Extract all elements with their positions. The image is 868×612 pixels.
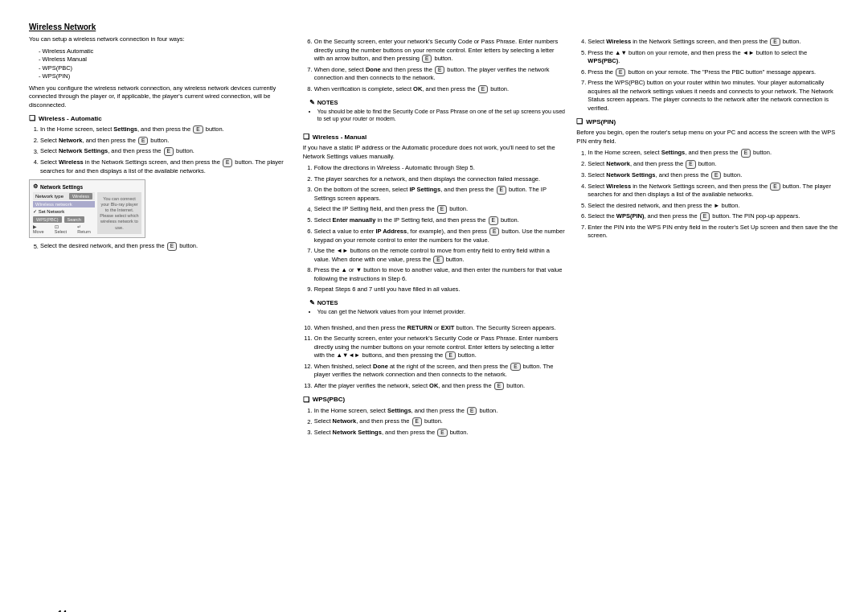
wa-step-3: Select Network Settings, and then press … <box>40 147 292 156</box>
ma-step-12: When finished, select Done at the right … <box>314 363 566 380</box>
ma-step-11: On the Security screen, enter your netwo… <box>314 335 566 360</box>
wireless-network-row: Wireless network <box>33 201 95 207</box>
network-box-title: Network Settings <box>33 183 141 190</box>
network-box-right: You can connect your Blu-ray player to t… <box>97 192 141 234</box>
pin-step-3: Select Network Settings, and then press … <box>588 171 839 180</box>
way-item-2: Wireless Manual <box>39 55 292 64</box>
mc-step-7: Use the ◄► buttons on the remote control… <box>314 247 566 264</box>
wm-step-3: On the bottom of the screen, select IP S… <box>314 186 566 203</box>
wa-step-5: Select the desired network, and then pre… <box>40 242 292 251</box>
wa-steps-cont: Select the desired network, and then pre… <box>40 242 292 251</box>
mid-continued-steps: Use the ◄► buttons on the remote control… <box>314 247 566 294</box>
wm-step-4: Select the IP Setting field, and then pr… <box>314 205 566 214</box>
page-wrapper: Wireless Network You can setup a wireles… <box>29 23 839 612</box>
wireless-manual-title: Wireless - Manual <box>303 133 566 141</box>
wm-step-6: Select a value to enter IP Address, for … <box>314 228 566 244</box>
wpbc-step-2: Select Network, and then press the E but… <box>314 417 566 426</box>
intro-text: You can setup a wireless network connect… <box>29 35 292 44</box>
wireless-manual-intro: If you have a static IP address or the A… <box>303 144 566 161</box>
notes-2: NOTES You can get the Network values fro… <box>303 298 566 321</box>
pin-step-6: Select the WPS(PIN), and then press the … <box>588 212 839 221</box>
wm-step-1: Follow the directions in Wireless - Auto… <box>314 164 566 173</box>
network-buttons: WPS(PBC) Search <box>33 216 95 223</box>
wps-pbc-btn[interactable]: WPS(PBC) <box>33 216 62 223</box>
r-step-7: Press the WPS(PBC) button on your router… <box>588 79 839 113</box>
content-columns: You can setup a wireless network connect… <box>29 35 839 440</box>
wm-step-5: Select Enter manually in the IP Setting … <box>314 216 566 225</box>
wm-step-2: The player searches for a network, and t… <box>314 175 566 184</box>
section-title: Wireless Network <box>29 23 839 31</box>
mid-column: On the Security screen, enter your netwo… <box>303 35 566 440</box>
wa-step-1: In the Home screen, select Settings, and… <box>40 125 292 134</box>
notes-list-2: You can get the Network values from your… <box>317 308 566 316</box>
right-steps-top: Select Wireless in the Network Settings … <box>588 38 839 113</box>
footer-select: ⊡ Select <box>55 224 72 234</box>
pin-step-2: Select Network, and then press the E but… <box>588 160 839 169</box>
network-type-label: Network type <box>35 194 63 199</box>
note-2-1: You can get the Network values from your… <box>317 308 566 316</box>
network-type-row: Network type Wireless <box>33 192 95 200</box>
pin-step-1: In the Home screen, select Settings, and… <box>588 149 839 158</box>
mid-steps-1: On the Security screen, enter your netwo… <box>314 38 566 94</box>
r-step-5: Press the ▲▼ button on your remote, and … <box>588 49 839 66</box>
search-btn[interactable]: Search <box>64 216 84 223</box>
wps-pin-title: WPS(PIN) <box>576 117 839 125</box>
network-footer: ▶ Move ⊡ Select ↵ Return <box>33 224 95 234</box>
right-column: Select Wireless in the Network Settings … <box>576 35 839 440</box>
wpbc-step-3: Select Network Settings, and then press … <box>314 429 566 437</box>
notes-header-2: NOTES <box>309 299 566 306</box>
wa-step-2: Select Network, and then press the E but… <box>40 137 292 146</box>
wireless-manual-steps: Follow the directions in Wireless - Auto… <box>314 164 566 244</box>
wps-pbc-mid-steps: In the Home screen, select Settings, and… <box>314 407 566 437</box>
set-network-check: ✓ Set Network <box>33 208 95 214</box>
page-container: Wireless Network You can setup a wireles… <box>29 23 839 440</box>
left-column: You can setup a wireless network connect… <box>29 35 292 440</box>
network-box-left: Network type Wireless Wireless network ✓… <box>33 192 95 234</box>
pin-step-4: Select Wireless in the Network Settings … <box>588 183 839 199</box>
ma-step-13: After the player verifies the network, s… <box>314 382 566 391</box>
ma-step-10: When finished, and then press the RETURN… <box>314 324 566 333</box>
warning-text: When you configure the wireless network … <box>29 84 292 110</box>
mc-step-8: Press the ▲ or ▼ button to move to anoth… <box>314 266 566 283</box>
footer-return: ↵ Return <box>77 224 95 234</box>
mid-step-6: On the Security screen, enter your netwo… <box>314 38 566 64</box>
note-1-1: You should be able to find the Security … <box>317 108 566 124</box>
way-item-1: Wireless Automatic <box>39 47 292 56</box>
wps-pin-intro: Before you begin, open the router's setu… <box>576 129 839 146</box>
network-box-body: Network type Wireless Wireless network ✓… <box>33 192 141 234</box>
wa-step-4: Select Wireless in the Network Settings … <box>40 158 292 175</box>
pin-step-7: Enter the PIN into the WPS PIN entry fie… <box>588 224 839 240</box>
wps-pbc-mid-title: WPS(PBC) <box>303 396 566 404</box>
wireless-network-label: Wireless network <box>35 202 72 207</box>
way-item-3: WPS(PBC) <box>39 64 292 73</box>
mc-step-9: Repeat Steps 6 and 7 until you have fill… <box>314 285 566 294</box>
wpbc-step-1: In the Home screen, select Settings, and… <box>314 407 566 416</box>
notes-1: NOTES You should be able to find the Sec… <box>303 97 566 129</box>
mid-step-8: When verification is complete, select OK… <box>314 85 566 94</box>
wireless-automatic-title: Wireless - Automatic <box>29 114 292 122</box>
network-settings-box: Network Settings Network type Wireless W… <box>29 179 145 238</box>
footer-move: ▶ Move <box>33 224 48 234</box>
wireless-automatic-steps: In the Home screen, select Settings, and… <box>40 125 292 175</box>
pin-step-5: Select the desired network, and then pre… <box>588 202 839 211</box>
wps-pin-steps: In the Home screen, select Settings, and… <box>588 149 839 240</box>
ways-list: Wireless Automatic Wireless Manual WPS(P… <box>39 47 292 81</box>
mid-steps-after-notes: When finished, and then press the RETURN… <box>314 324 566 391</box>
way-item-4: WPS(PIN) <box>39 72 292 81</box>
notes-list-1: You should be able to find the Security … <box>317 108 566 124</box>
network-type-value: Wireless <box>69 193 92 199</box>
r-step-4: Select Wireless in the Network Settings … <box>588 38 839 47</box>
notes-header-1: NOTES <box>309 99 566 106</box>
r-step-6: Press the E button on your remote. The "… <box>588 68 839 77</box>
mid-step-7: When done, select Done and then press th… <box>314 66 566 83</box>
